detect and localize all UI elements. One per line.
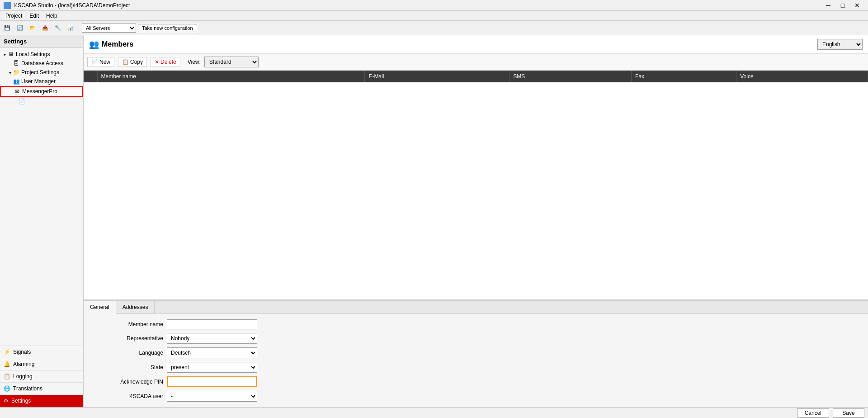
cancel-button[interactable]: Cancel bbox=[797, 408, 829, 418]
delete-icon: ✕ bbox=[155, 59, 159, 65]
tree-label-user-manager: User Manager bbox=[21, 78, 56, 85]
copy-label: Copy bbox=[130, 59, 143, 65]
col-voice: Voice bbox=[736, 71, 868, 82]
nav-label-settings: Settings bbox=[11, 398, 31, 404]
sidebar-item-sub1[interactable]: 📄 bbox=[0, 97, 83, 106]
menu-help[interactable]: Help bbox=[42, 12, 61, 20]
toolbar-icon-6: 📊 bbox=[67, 25, 74, 31]
copy-icon: 📋 bbox=[122, 59, 129, 65]
menu-project[interactable]: Project bbox=[2, 12, 26, 20]
table-header: Member name E-Mail SMS Fax Voice bbox=[84, 71, 868, 82]
tab-addresses[interactable]: Addresses bbox=[116, 301, 155, 314]
view-dropdown[interactable]: Standard Extended bbox=[204, 57, 259, 67]
save-button[interactable]: Save bbox=[833, 408, 864, 418]
toolbar-btn-6[interactable]: 📊 bbox=[65, 24, 76, 32]
translations-icon: 🌐 bbox=[4, 385, 10, 392]
content-toolbar: 📄 New 📋 Copy ✕ Delete View: Standard Ext… bbox=[84, 54, 868, 71]
title-bar-controls: ─ □ ✕ bbox=[821, 0, 864, 11]
language-select[interactable]: English Deutsch Français bbox=[817, 39, 863, 50]
view-label: View: bbox=[188, 59, 201, 65]
config-button[interactable]: Take new configuration bbox=[138, 24, 197, 32]
form-tabs: General Addresses bbox=[84, 301, 868, 314]
computer-icon: 🖥 bbox=[7, 51, 14, 58]
messenger-icon: ✉ bbox=[14, 88, 21, 95]
tree-toggle-project: ▾ bbox=[7, 70, 13, 75]
logging-icon: 📋 bbox=[4, 373, 10, 380]
page-title: Members bbox=[102, 40, 133, 48]
sub1-icon: 📄 bbox=[18, 98, 25, 105]
sidebar-nav: ⚡ Signals 🔔 Alarming 📋 Logging 🌐 Transla… bbox=[0, 346, 83, 407]
form-area: General Addresses Member name Representa… bbox=[84, 300, 868, 407]
select-i4scada-user[interactable]: - bbox=[167, 391, 257, 402]
database-icon: 🗄 bbox=[13, 60, 20, 67]
toolbar-icon-3: 📂 bbox=[29, 25, 36, 31]
menu-edit[interactable]: Edit bbox=[26, 12, 42, 20]
menu-bar: Project Edit Help bbox=[0, 11, 868, 21]
delete-button[interactable]: ✕ Delete bbox=[151, 57, 180, 67]
content-title-container: 👥 Members bbox=[89, 39, 133, 49]
maximize-button[interactable]: □ bbox=[835, 0, 850, 11]
toolbar-btn-1[interactable]: 💾 bbox=[2, 24, 13, 32]
tab-general[interactable]: General bbox=[84, 301, 116, 314]
tree-label-database-access: Database Access bbox=[21, 60, 63, 66]
nav-item-alarming[interactable]: 🔔 Alarming bbox=[0, 358, 83, 370]
toolbar-btn-3[interactable]: 📂 bbox=[27, 24, 38, 32]
col-sms: SMS bbox=[509, 71, 632, 82]
toolbar-separator bbox=[79, 24, 79, 33]
select-language[interactable]: Deutsch English bbox=[167, 347, 257, 358]
nav-label-alarming: Alarming bbox=[13, 361, 34, 367]
toolbar-icon-4: 📤 bbox=[42, 25, 48, 31]
input-acknowledge-pin[interactable] bbox=[167, 376, 257, 387]
sidebar-tree: ▾ 🖥 Local Settings 🗄 Database Access ▾ 📁… bbox=[0, 48, 83, 346]
server-select-container: All Servers bbox=[82, 24, 136, 33]
col-num bbox=[84, 71, 97, 82]
tree-toggle-local: ▾ bbox=[2, 52, 7, 57]
new-button[interactable]: 📄 New bbox=[87, 57, 114, 67]
col-fax: Fax bbox=[632, 71, 736, 82]
nav-label-signals: Signals bbox=[13, 349, 31, 355]
minimize-button[interactable]: ─ bbox=[821, 0, 835, 11]
label-i4scada-user: i4SCADA user bbox=[91, 393, 163, 399]
label-member-name: Member name bbox=[91, 321, 163, 328]
toolbar-btn-2[interactable]: 🔄 bbox=[14, 24, 25, 32]
members-table: Member name E-Mail SMS Fax Voice bbox=[84, 71, 868, 82]
sidebar-item-user-manager[interactable]: 👥 User Manager bbox=[0, 77, 83, 86]
title-bar: i4SCADA Studio - (local)\i4SCADA\DemoPro… bbox=[0, 0, 868, 11]
select-state[interactable]: present absent bbox=[167, 362, 257, 373]
label-representative: Representative bbox=[91, 335, 163, 342]
new-icon: 📄 bbox=[91, 59, 98, 65]
select-representative[interactable]: Nobody bbox=[167, 333, 257, 344]
sidebar-item-project-settings[interactable]: ▾ 📁 Project Settings bbox=[0, 68, 83, 77]
toolbar-icon-5: 🔧 bbox=[55, 25, 61, 31]
nav-label-logging: Logging bbox=[13, 373, 33, 380]
sidebar: Settings ▾ 🖥 Local Settings 🗄 Database A… bbox=[0, 35, 84, 407]
sidebar-item-local-settings[interactable]: ▾ 🖥 Local Settings bbox=[0, 50, 83, 59]
signals-icon: ⚡ bbox=[4, 349, 10, 355]
tree-label-local-settings: Local Settings bbox=[16, 51, 50, 57]
sidebar-header: Settings bbox=[0, 35, 83, 48]
label-state: State bbox=[91, 364, 163, 370]
form-fields: Member name Representative Nobody Langua… bbox=[84, 314, 868, 407]
nav-item-signals[interactable]: ⚡ Signals bbox=[0, 346, 83, 358]
server-dropdown[interactable]: All Servers bbox=[82, 24, 136, 33]
main-layout: Settings ▾ 🖥 Local Settings 🗄 Database A… bbox=[0, 35, 868, 407]
nav-item-translations[interactable]: 🌐 Translations bbox=[0, 383, 83, 395]
status-bar: Cancel Save bbox=[0, 407, 868, 418]
alarming-icon: 🔔 bbox=[4, 361, 10, 367]
nav-item-settings[interactable]: ⚙ Settings bbox=[0, 395, 83, 407]
sidebar-item-database-access[interactable]: 🗄 Database Access bbox=[0, 59, 83, 68]
close-button[interactable]: ✕ bbox=[850, 0, 864, 11]
col-email: E-Mail bbox=[365, 71, 509, 82]
delete-label: Delete bbox=[160, 59, 176, 65]
sidebar-item-messengerpro[interactable]: ✉ MessengerPro bbox=[0, 86, 83, 97]
tree-label-project-settings: Project Settings bbox=[21, 69, 59, 76]
toolbar-btn-4[interactable]: 📤 bbox=[40, 24, 51, 32]
toolbar-btn-5[interactable]: 🔧 bbox=[52, 24, 63, 32]
title-bar-left: i4SCADA Studio - (local)\i4SCADA\DemoPro… bbox=[4, 2, 130, 9]
nav-item-logging[interactable]: 📋 Logging bbox=[0, 370, 83, 383]
tree-label-messengerpro: MessengerPro bbox=[22, 88, 57, 95]
window-title: i4SCADA Studio - (local)\i4SCADA\DemoPro… bbox=[14, 2, 130, 9]
copy-button[interactable]: 📋 Copy bbox=[118, 57, 147, 67]
new-label: New bbox=[99, 59, 110, 65]
input-member-name[interactable] bbox=[167, 319, 257, 329]
